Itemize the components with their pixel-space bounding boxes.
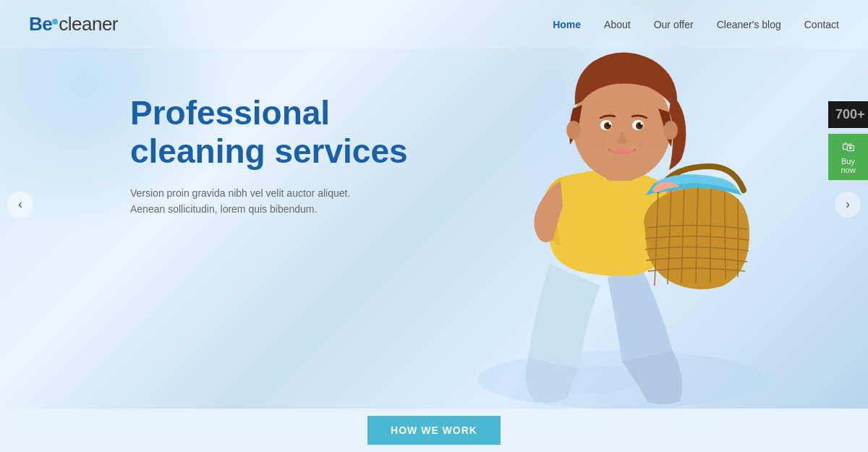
hero-content: Professional cleaning services Version p… [130,94,408,218]
nav-link-offer[interactable]: Our offer [654,19,694,30]
buy-label: Buy now [835,157,861,174]
hero-subtitle: Version proin gravida nibh vel velit auc… [130,185,362,218]
nav-link-about[interactable]: About [604,19,631,30]
nav-link-blog[interactable]: Cleaner's blog [717,19,781,30]
nav-link-home[interactable]: Home [553,19,581,30]
counter-widget: 700+ [828,101,868,128]
svg-point-12 [609,123,611,125]
logo-be: Be [29,13,52,35]
navbar: Becleaner Home About Our offer Cleaner's… [0,0,868,48]
bag-icon: 🛍 [842,140,855,155]
nav-item-contact[interactable]: Contact [804,18,839,31]
nav-link-contact[interactable]: Contact [804,19,839,30]
bottom-section: HOW WE WORK [0,409,868,452]
chevron-right-icon: › [846,197,850,212]
nav-item-offer[interactable]: Our offer [654,18,694,31]
prev-arrow[interactable]: ‹ [7,192,33,218]
logo-cleaner: cleaner [59,13,118,35]
nav-item-home[interactable]: Home [553,18,581,31]
chevron-left-icon: ‹ [18,197,22,212]
svg-point-5 [663,121,678,140]
logo[interactable]: Becleaner [29,13,118,35]
svg-point-13 [641,123,643,125]
how-we-work-button[interactable]: HOW WE WORK [367,416,501,445]
hero-section: Becleaner Home About Our offer Cleaner's… [0,0,868,409]
buy-widget[interactable]: 🛍 Buy now [828,134,868,180]
svg-point-15 [639,140,656,150]
svg-point-4 [566,121,581,140]
nav-item-about[interactable]: About [604,18,631,31]
svg-point-14 [588,140,605,150]
nav-menu: Home About Our offer Cleaner's blog Cont… [553,18,839,31]
next-arrow[interactable]: › [835,192,861,218]
hero-image [434,33,810,409]
nav-item-blog[interactable]: Cleaner's blog [717,18,781,31]
logo-dot [52,19,58,25]
counter-value: 700+ [835,107,865,121]
how-we-work-label: HOW WE WORK [391,425,477,436]
hero-title: Professional cleaning services [130,94,408,171]
